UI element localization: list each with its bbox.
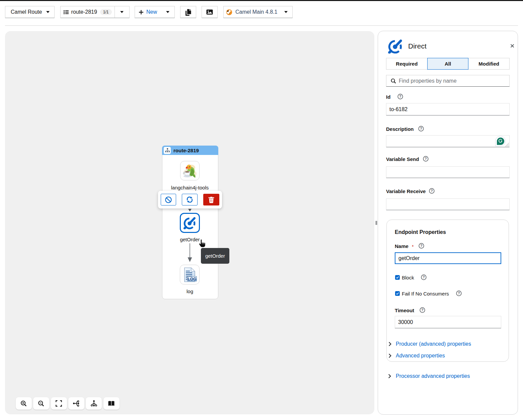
svg-text:?: ?: [420, 127, 422, 131]
svg-text:LOG: LOG: [188, 276, 196, 281]
svg-text:?: ?: [420, 244, 422, 248]
svg-text:?: ?: [458, 291, 460, 295]
svg-text:?: ?: [423, 275, 425, 279]
svg-text:?: ?: [425, 157, 427, 161]
svg-text:?: ?: [399, 94, 401, 98]
svg-text:?: ?: [421, 308, 423, 312]
svg-text:?: ?: [431, 189, 433, 193]
